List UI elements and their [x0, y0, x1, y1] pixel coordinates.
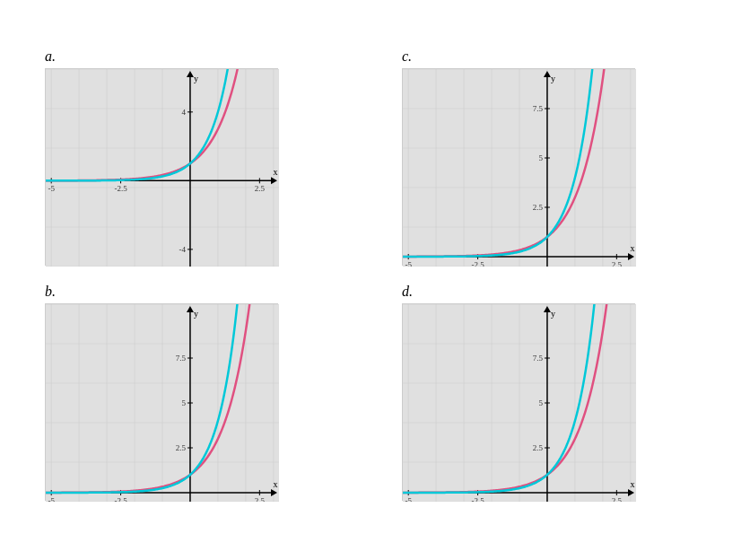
graph-label-c: c.	[402, 48, 723, 65]
graph-label-d: d.	[402, 284, 723, 300]
graph-container-a	[45, 68, 278, 266]
graph-container-c	[402, 68, 635, 266]
graph-panel-d: d.	[402, 284, 723, 501]
graph-canvas-c	[403, 69, 636, 267]
graph-canvas-a	[46, 69, 279, 267]
graph-label-b: b.	[45, 284, 366, 300]
graph-label-a: a.	[45, 48, 366, 65]
graph-panel-b: b.	[45, 284, 366, 501]
graph-canvas-b	[46, 304, 279, 502]
graph-panel-c: c.	[402, 48, 723, 266]
graph-panel-a: a.	[45, 48, 366, 266]
problem-statement	[27, 18, 34, 33]
graphs-grid: a. c. b. d.	[45, 48, 723, 501]
graph-canvas-d	[403, 304, 636, 502]
problem-number-header	[27, 18, 723, 34]
graph-container-d	[402, 303, 635, 501]
graph-container-b	[45, 303, 278, 501]
